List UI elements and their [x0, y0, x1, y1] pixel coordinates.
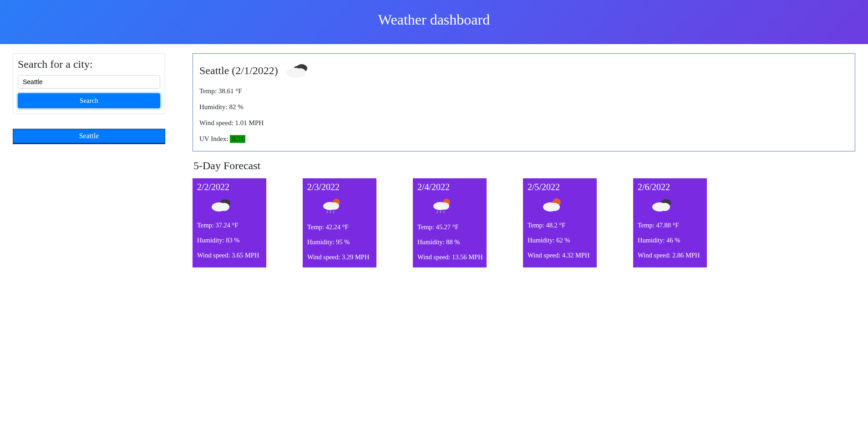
forecast-card: 2/5/2022 Temp: 48.2 °F Humidity: 62 % Wi… — [523, 178, 597, 267]
history-item-seattle[interactable]: Seattle — [13, 129, 165, 144]
current-uv: UV Index: 0.31 — [199, 135, 848, 143]
forecast-humidity: Humidity: 88 % — [417, 238, 482, 246]
search-card: Search for a city: Search — [13, 53, 165, 114]
forecast-wind: Wind speed: 3.29 MPH — [307, 253, 372, 261]
forecast-temp: Temp: 47.88 °F — [638, 222, 702, 229]
main-content: Seattle (2/1/2022) Temp: 38.61 °F Humidi… — [193, 53, 855, 267]
forecast-card: 2/2/2022 Temp: 37.24 °F Humidity: 83 % W… — [193, 178, 266, 267]
search-history: Seattle — [13, 129, 165, 144]
forecast-date: 2/4/2022 — [417, 182, 482, 192]
overcast-icon — [651, 197, 702, 213]
page-title: Weather dashboard — [0, 11, 868, 28]
forecast-card: 2/4/2022 Temp: 45.27 °F Humidity: 88 % W… — [413, 178, 487, 267]
forecast-humidity: Humidity: 95 % — [307, 238, 372, 246]
forecast-date: 2/5/2022 — [528, 182, 592, 192]
current-wind: Wind speed: 1.01 MPH — [199, 119, 848, 127]
forecast-humidity: Humidity: 83 % — [197, 237, 262, 244]
svg-line-18 — [443, 211, 444, 213]
svg-point-9 — [330, 202, 339, 210]
partly-sunny-icon — [541, 197, 592, 213]
svg-point-3 — [295, 68, 306, 77]
forecast-wind: Wind speed: 13.56 MPH — [417, 253, 482, 261]
svg-line-10 — [327, 211, 328, 213]
search-input[interactable] — [18, 75, 160, 89]
rain-sun-icon — [321, 197, 372, 215]
forecast-temp: Temp: 37.24 °F — [197, 222, 262, 229]
svg-point-6 — [219, 203, 229, 211]
forecast-temp: Temp: 42.24 °F — [307, 223, 372, 231]
svg-line-11 — [330, 211, 331, 213]
forecast-temp: Temp: 48.2 °F — [528, 222, 592, 229]
forecast-wind: Wind speed: 2.86 MPH — [638, 252, 702, 259]
forecast-humidity: Humidity: 62 % — [528, 237, 592, 244]
rain-sun-icon — [431, 197, 482, 215]
forecast-temp: Temp: 45.27 °F — [417, 223, 482, 231]
current-humidity: Humidity: 82 % — [199, 103, 848, 111]
svg-point-15 — [440, 202, 449, 210]
search-button[interactable]: Search — [18, 93, 160, 108]
uv-index-badge: 0.31 — [230, 135, 245, 143]
current-temp: Temp: 38.61 °F — [199, 87, 848, 95]
forecast-date: 2/6/2022 — [638, 182, 702, 192]
svg-point-24 — [660, 203, 670, 211]
current-weather-card: Seattle (2/1/2022) Temp: 38.61 °F Humidi… — [193, 53, 855, 151]
forecast-card: 2/3/2022 Temp: 42.24 °F Humidity: 95 % W… — [303, 178, 376, 267]
forecast-card: 2/6/2022 Temp: 47.88 °F Humidity: 46 % W… — [633, 178, 707, 267]
forecast-humidity: Humidity: 46 % — [638, 237, 702, 244]
sidebar: Search for a city: Search Seattle — [13, 53, 165, 267]
forecast-date: 2/2/2022 — [197, 182, 262, 192]
svg-line-12 — [333, 211, 334, 213]
svg-line-17 — [440, 211, 441, 213]
forecast-wind: Wind speed: 3.65 MPH — [197, 252, 262, 259]
forecast-wind: Wind speed: 4.32 MPH — [528, 252, 592, 259]
forecast-row: 2/2/2022 Temp: 37.24 °F Humidity: 83 % W… — [193, 178, 855, 267]
app-header: Weather dashboard — [0, 0, 868, 44]
forecast-heading: 5-Day Forecast — [193, 160, 855, 172]
search-heading: Search for a city: — [18, 58, 160, 70]
current-title-row: Seattle (2/1/2022) — [199, 62, 848, 79]
overcast-icon — [284, 62, 310, 79]
overcast-icon — [211, 197, 262, 213]
svg-line-16 — [437, 211, 438, 213]
main-container: Search for a city: Search Seattle Seattl… — [0, 44, 868, 277]
current-city-date: Seattle (2/1/2022) — [199, 65, 278, 77]
forecast-date: 2/3/2022 — [307, 182, 372, 192]
svg-point-21 — [550, 203, 560, 211]
